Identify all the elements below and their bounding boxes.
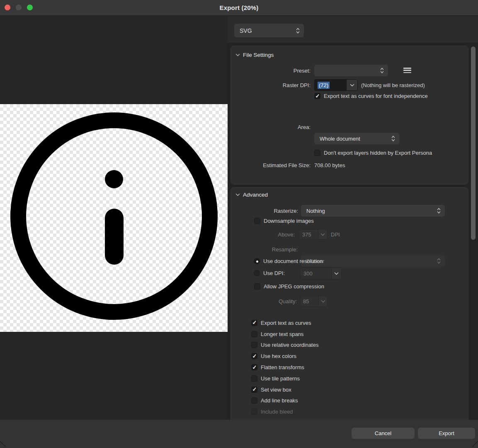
downsample-label: Downsample images — [264, 218, 314, 224]
advanced-header[interactable]: Advanced — [235, 192, 268, 198]
chevron-up-down-icon — [296, 27, 300, 34]
estimated-size-value: 708.00 bytes — [314, 162, 345, 168]
checkbox-unchecked-icon[interactable] — [251, 375, 257, 382]
quality-label: Quality: — [231, 298, 297, 304]
svg-options-list: Export text as curvesLonger text spansUs… — [251, 317, 459, 417]
format-select[interactable]: SVG — [234, 24, 304, 37]
svg-option-label: Set view box — [261, 387, 291, 393]
svg-option-row[interactable]: Set view box — [251, 384, 459, 395]
rasterize-select[interactable]: Nothing — [301, 205, 445, 217]
checkbox-unchecked-icon[interactable] — [314, 150, 320, 156]
format-bar: SVG — [228, 16, 478, 43]
svg-option-row[interactable]: Export text as curves — [251, 317, 459, 329]
svg-option-label: Export text as curves — [261, 320, 311, 326]
chevron-up-down-icon — [380, 68, 384, 74]
cancel-button[interactable]: Cancel — [352, 428, 415, 439]
file-settings-title: File Settings — [243, 52, 274, 58]
checkbox-unchecked-icon[interactable] — [251, 397, 257, 404]
downsample-checkbox-row[interactable]: Downsample images — [254, 218, 314, 224]
checkbox-checked-icon[interactable] — [251, 364, 257, 370]
export-button[interactable]: Export — [418, 428, 475, 439]
svg-option-label: Use tile patterns — [261, 375, 300, 382]
above-dpi-dropdown-button — [318, 229, 328, 240]
above-dpi-value-field: 375 — [299, 229, 318, 240]
resize-grip-left[interactable] — [0, 441, 6, 447]
resize-grip-right[interactable] — [472, 441, 478, 447]
checkbox-checked-icon[interactable] — [314, 93, 320, 99]
export-dialog: Export (20%) SVG File Settings — [0, 0, 478, 448]
svg-option-row[interactable]: Include bleed — [251, 406, 459, 417]
file-settings-header[interactable]: File Settings — [235, 52, 274, 58]
file-settings-section: File Settings Preset: Raster DPI: (72) (… — [231, 46, 468, 185]
preset-label: Preset: — [231, 68, 311, 74]
window-title: Export (20%) — [0, 0, 478, 16]
checkbox-unchecked-icon[interactable] — [251, 342, 257, 348]
radio-selected-icon[interactable] — [254, 258, 260, 264]
use-dpi-dropdown-button[interactable] — [332, 268, 342, 279]
export-settings-panel: SVG File Settings Preset: Raster DPI: — [228, 16, 478, 420]
info-circle-icon — [0, 104, 228, 332]
use-dpi-combo: 300 — [300, 268, 342, 279]
advanced-title: Advanced — [243, 192, 268, 198]
rasterize-label: Rasterize: — [231, 208, 298, 214]
checkbox-unchecked-icon[interactable] — [254, 218, 260, 224]
svg-option-row[interactable]: Use tile patterns — [251, 373, 459, 384]
area-select-value: Whole document — [320, 136, 360, 142]
checkbox-checked-icon[interactable] — [251, 353, 257, 359]
titlebar: Export (20%) — [0, 0, 478, 16]
dont-export-hidden-label: Don't export layers hidden by Export Per… — [324, 150, 432, 156]
svg-option-label: Add line breaks — [261, 397, 298, 404]
format-select-value: SVG — [240, 27, 252, 34]
jpeg-compression-label: Allow JPEG compression — [264, 283, 324, 290]
jpeg-compression-checkbox-row[interactable]: Allow JPEG compression — [254, 283, 324, 290]
preset-menu-hamburger-icon[interactable] — [403, 68, 411, 73]
use-dpi-radio-row[interactable]: Use DPI: — [254, 270, 285, 276]
raster-dpi-combo[interactable]: (72) — [314, 79, 358, 91]
chevron-up-down-icon — [391, 136, 395, 142]
dialog-footer: Cancel Export — [0, 420, 478, 448]
disclosure-chevron-down-icon — [235, 54, 240, 56]
estimated-size-label: Estimated File Size: — [231, 162, 311, 168]
scrollbar-thumb[interactable] — [471, 46, 476, 240]
raster-dpi-label: Raster DPI: — [231, 82, 311, 88]
raster-dpi-dropdown-button[interactable] — [347, 79, 358, 91]
above-dpi-combo: 375 — [299, 229, 328, 240]
use-dpi-value-field: 300 — [300, 268, 332, 279]
svg-option-row[interactable]: Add line breaks — [251, 395, 459, 407]
preset-select[interactable] — [314, 65, 388, 76]
checkbox-unchecked-icon[interactable] — [251, 331, 257, 337]
use-doc-resolution-label: Use document resolution — [263, 258, 323, 264]
area-select[interactable]: Whole document — [314, 133, 399, 144]
checkbox-checked-icon[interactable] — [251, 320, 257, 326]
checkbox-unchecked-icon[interactable] — [254, 283, 260, 290]
use-dpi-label: Use DPI: — [263, 270, 285, 276]
svg-option-label: Use hex colors — [261, 353, 296, 359]
svg-option-row[interactable]: Use relative coordinates — [251, 340, 459, 351]
checkbox-unchecked-icon[interactable] — [251, 409, 257, 415]
dont-export-hidden-checkbox-row[interactable]: Don't export layers hidden by Export Per… — [314, 150, 432, 156]
svg-option-row[interactable]: Use hex colors — [251, 351, 459, 362]
svg-option-label: Flatten transforms — [261, 364, 304, 370]
svg-option-label: Use relative coordinates — [261, 342, 318, 348]
area-label: Area: — [231, 124, 311, 130]
advanced-section: Advanced Rasterize: Nothing Downsample i… — [231, 187, 468, 420]
settings-scroll-area: File Settings Preset: Raster DPI: (72) (… — [228, 43, 478, 420]
export-curves-font-label: Export text as curves for font independe… — [324, 93, 428, 99]
raster-dpi-value: (72) — [318, 82, 330, 89]
disclosure-chevron-down-icon — [235, 193, 240, 196]
export-curves-font-checkbox-row[interactable]: Export text as curves for font independe… — [314, 93, 428, 99]
checkbox-checked-icon[interactable] — [251, 387, 257, 393]
resample-label: Resample: — [231, 246, 298, 253]
raster-dpi-input[interactable]: (72) — [314, 79, 347, 91]
above-label: Above: — [231, 231, 295, 238]
quality-value-field: 85 — [300, 296, 319, 307]
raster-dpi-note: (Nothing will be rasterized) — [361, 82, 425, 88]
radio-unselected-icon[interactable] — [254, 270, 260, 276]
svg-option-row[interactable]: Longer text spans — [251, 329, 459, 340]
transparency-checkerboard — [0, 104, 228, 332]
use-doc-resolution-radio-row[interactable]: Use document resolution — [254, 258, 323, 264]
above-dpi-unit: DPI — [331, 231, 347, 238]
svg-option-row[interactable]: Flatten transforms — [251, 362, 459, 373]
svg-option-label: Longer text spans — [261, 331, 303, 337]
chevron-up-down-icon — [437, 258, 441, 264]
